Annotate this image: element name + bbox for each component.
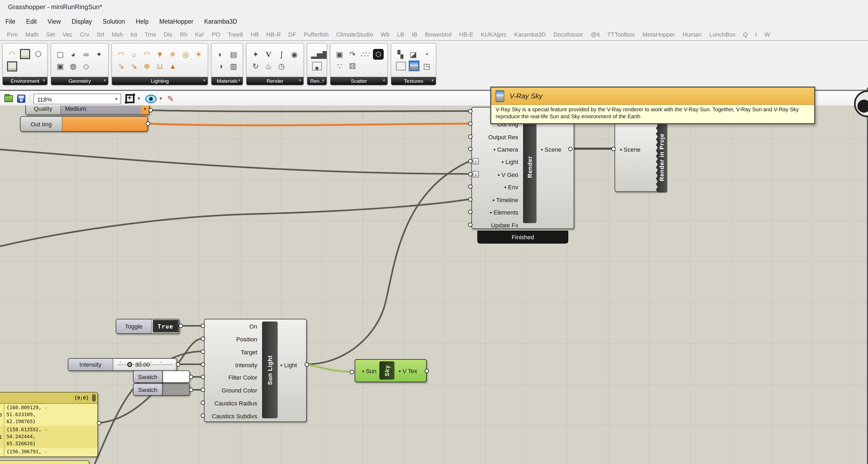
- mesh-scatter-icon[interactable]: ∴∵: [360, 49, 371, 60]
- chevron-down-icon[interactable]: ▼: [202, 78, 206, 82]
- tab-dis[interactable]: Dis: [160, 31, 176, 38]
- port[interactable]: [468, 159, 472, 163]
- port[interactable]: [468, 222, 472, 227]
- tab-hb-e[interactable]: HB-E: [455, 31, 477, 38]
- sky-component[interactable]: • Sun Sky • V Tex: [354, 359, 427, 382]
- menu-metahopper[interactable]: MetaHopper: [154, 18, 199, 25]
- port[interactable]: [201, 349, 205, 354]
- curve-graph-icon[interactable]: ∫: [276, 49, 287, 60]
- out-img-value[interactable]: [62, 117, 148, 131]
- intensity-slider-node[interactable]: Intensity 30.00: [68, 358, 177, 371]
- geometry-group-icon[interactable]: ▣: [55, 61, 66, 71]
- chevron-down-icon[interactable]: ▼: [298, 78, 302, 82]
- port[interactable]: [350, 370, 354, 374]
- tab-w[interactable]: W: [761, 31, 774, 38]
- teapot-doc-icon[interactable]: ♨: [263, 61, 274, 71]
- render-component-title[interactable]: Render: [523, 111, 536, 223]
- point-light-icon[interactable]: ✳: [167, 49, 178, 60]
- chevron-down-icon[interactable]: ▼: [103, 78, 106, 82]
- data-panel[interactable]: {0;0} 0{160.809129, -51.633109,62.198765…: [0, 392, 98, 457]
- sketch-pen-icon[interactable]: ✎: [167, 94, 174, 103]
- tab-trns[interactable]: Trns: [141, 31, 160, 38]
- vray-logo-icon[interactable]: V: [263, 49, 274, 60]
- tab-rh[interactable]: Rh: [176, 31, 191, 38]
- port[interactable]: [201, 388, 205, 392]
- material-sphere-icon[interactable]: ◐: [215, 49, 226, 60]
- port[interactable]: [176, 362, 180, 366]
- port[interactable]: [201, 400, 205, 405]
- toggle-value[interactable]: True: [153, 320, 178, 332]
- tab-lb[interactable]: LB: [393, 31, 408, 38]
- port[interactable]: [468, 146, 472, 151]
- canvas[interactable]: Quality Medium ▼ Out Img Render • Scene …: [0, 105, 868, 464]
- swatch-color[interactable]: [162, 384, 189, 395]
- sun-light-title[interactable]: Sun Light: [262, 322, 278, 418]
- chevron-down-icon[interactable]: ▼: [321, 78, 325, 82]
- sphere-light-icon[interactable]: ◎: [180, 49, 191, 60]
- port[interactable]: [568, 146, 572, 151]
- menu-display[interactable]: Display: [66, 18, 97, 25]
- quality-value-list-node[interactable]: Quality Medium ▼: [25, 105, 150, 115]
- tab-wb[interactable]: Wb: [377, 31, 393, 38]
- zoom-combobox[interactable]: 118% ▼: [33, 93, 121, 104]
- zoom-extents-dropdown-icon[interactable]: ▼: [137, 96, 141, 101]
- open-file-icon[interactable]: [4, 95, 13, 102]
- render-proxy-icon[interactable]: ✦: [250, 49, 261, 60]
- port[interactable]: [201, 337, 205, 341]
- proxy-box-icon[interactable]: ✦: [94, 49, 104, 60]
- dome-light2-icon[interactable]: ◠: [142, 49, 152, 60]
- port[interactable]: [468, 210, 472, 214]
- env-hexagon-icon[interactable]: ⬡: [33, 48, 43, 59]
- intensity-knob[interactable]: [127, 362, 132, 367]
- path-scatter-icon[interactable]: ∵: [334, 61, 345, 71]
- port[interactable]: [201, 413, 205, 418]
- port[interactable]: [149, 108, 153, 112]
- tab-set[interactable]: Set: [42, 31, 59, 38]
- menu-karamba3d[interactable]: Karamba3D: [199, 18, 243, 25]
- tab-po[interactable]: PO: [208, 31, 224, 38]
- tab-bowerbird[interactable]: Bowerbird: [421, 31, 455, 38]
- sky-title[interactable]: Sky: [379, 361, 395, 379]
- port[interactable]: [468, 197, 472, 201]
- proxy-mesh-icon[interactable]: ◇: [81, 61, 91, 71]
- port[interactable]: [201, 375, 205, 379]
- checker-sphere-icon[interactable]: ◑: [215, 61, 226, 71]
- swatch-node[interactable]: Swatch: [133, 383, 190, 396]
- port[interactable]: [179, 324, 183, 328]
- denoiser-icon[interactable]: ●: [312, 62, 322, 70]
- tab-hb[interactable]: HB: [247, 31, 262, 38]
- tab-math[interactable]: Math: [22, 31, 42, 38]
- timeline-clock-icon[interactable]: ◷: [276, 61, 287, 71]
- zoom-extents-icon[interactable]: ✛: [125, 94, 134, 103]
- tab-df[interactable]: DF: [285, 31, 300, 38]
- port[interactable]: [146, 122, 150, 126]
- spot-light-icon[interactable]: ▼: [154, 49, 165, 60]
- gradient-ramp-icon[interactable]: ◪: [408, 49, 418, 60]
- chevron-down-icon[interactable]: ▼: [114, 94, 118, 105]
- checker-texture-icon[interactable]: ▚: [395, 49, 406, 60]
- rect-light-icon[interactable]: ⊔: [154, 61, 165, 71]
- toggle-node[interactable]: Toggle True: [116, 319, 180, 334]
- menu-help[interactable]: Help: [130, 18, 154, 25]
- adaptive-dome-icon[interactable]: ◠: [116, 49, 126, 60]
- chaos-cosmos-icon[interactable]: ⬡: [373, 49, 384, 60]
- uv-map-icon[interactable]: ◔: [421, 49, 432, 60]
- tab-tree8[interactable]: Tree8: [224, 31, 247, 38]
- spotlight-plate-icon[interactable]: ▲: [7, 61, 17, 71]
- menu-file[interactable]: File: [0, 18, 21, 25]
- mesh-light-icon[interactable]: ▲: [167, 61, 178, 71]
- tab-ka[interactable]: Ka²: [191, 31, 208, 38]
- dome-light-icon[interactable]: ◠: [6, 48, 17, 59]
- curve-scatter-icon[interactable]: ↷: [347, 49, 358, 60]
- swatch-color[interactable]: [162, 371, 189, 382]
- menu-solution[interactable]: Solution: [97, 18, 130, 25]
- quality-dropdown-icon[interactable]: ▼: [141, 105, 149, 114]
- tab-srf[interactable]: Srf: [93, 31, 108, 38]
- out-img-node[interactable]: Out Img: [20, 116, 148, 132]
- tab-lunchbox[interactable]: LunchBox: [706, 31, 739, 38]
- tab-ib[interactable]: IB: [408, 31, 421, 38]
- menu-view[interactable]: View: [42, 18, 66, 25]
- tab-hb-r[interactable]: HB-R: [262, 31, 285, 38]
- tab-crv[interactable]: Crv: [76, 31, 93, 38]
- infinite-plane-icon[interactable]: ∞: [81, 49, 91, 60]
